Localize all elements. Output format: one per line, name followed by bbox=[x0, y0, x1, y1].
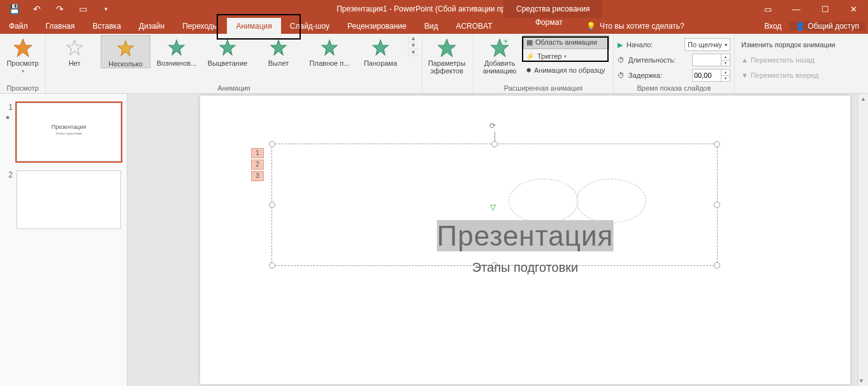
ribbon-display-options[interactable]: ▭ bbox=[753, 0, 782, 18]
gallery-effect-split[interactable]: Панорама bbox=[356, 35, 405, 67]
undo-button[interactable]: ↶ bbox=[27, 0, 47, 18]
gallery-effect-fade[interactable]: Выцветание bbox=[203, 35, 252, 67]
svg-text:+: + bbox=[503, 38, 508, 46]
spin-up[interactable]: ▲ bbox=[721, 70, 730, 76]
scroll-up[interactable]: ▲ bbox=[858, 94, 868, 104]
resize-handle[interactable] bbox=[269, 262, 275, 269]
gallery-effect-float-in[interactable]: Плавное п... bbox=[305, 35, 354, 67]
gallery-effect-fly-in[interactable]: Вылет bbox=[254, 35, 303, 67]
animation-tag-1[interactable]: 1 bbox=[251, 148, 264, 158]
redo-button[interactable]: ↷ bbox=[50, 0, 70, 18]
tab-insert[interactable]: Вставка bbox=[83, 18, 130, 34]
animation-indicator-icon: ★ bbox=[5, 114, 10, 121]
tab-acrobat[interactable]: ACROBAT bbox=[447, 18, 501, 34]
qat-customize[interactable]: ▾ bbox=[96, 0, 116, 18]
duration-input[interactable] bbox=[693, 54, 721, 66]
tab-home[interactable]: Главная bbox=[37, 18, 84, 34]
tab-animation[interactable]: Анимация bbox=[227, 18, 280, 34]
star-icon bbox=[321, 39, 338, 57]
slide-thumb-1[interactable]: Презентация Этапы подготовки bbox=[17, 103, 121, 161]
spin-up[interactable]: ▲ bbox=[721, 54, 730, 61]
gallery-scroll: ▲ ▼ ▼ bbox=[408, 35, 418, 56]
group-animation: Анимация bbox=[50, 84, 418, 93]
slide-subtitle[interactable]: Этапы подготовки bbox=[472, 260, 579, 275]
resize-handle[interactable] bbox=[714, 262, 720, 269]
effect-label: Несколько bbox=[108, 60, 143, 68]
star-preview-icon bbox=[13, 38, 33, 58]
animation-pane-button[interactable]: ▦ Область анимации bbox=[523, 35, 609, 49]
svg-marker-2 bbox=[118, 41, 133, 56]
spin-down[interactable]: ▼ bbox=[721, 61, 730, 66]
save-button[interactable]: 💾 bbox=[4, 0, 24, 18]
tab-file[interactable]: Файл bbox=[0, 18, 37, 34]
close-button[interactable]: ✕ bbox=[839, 0, 868, 18]
tab-format[interactable]: Формат bbox=[526, 18, 572, 27]
preview-button[interactable]: Просмотр ▾ bbox=[4, 35, 41, 74]
slide-canvas[interactable]: 1 2 3 ⟳ ▽ Презентация Этапы подготов bbox=[127, 94, 868, 386]
rotate-handle[interactable]: ⟳ bbox=[489, 121, 500, 131]
clock-icon: ⏱ bbox=[618, 71, 625, 79]
trigger-button[interactable]: ⚡ Триггер ▾ bbox=[523, 49, 609, 63]
gallery-expand[interactable]: ▼ bbox=[409, 49, 418, 56]
slide-title[interactable]: Презентация bbox=[437, 220, 614, 252]
tab-design[interactable]: Дизайн bbox=[130, 18, 173, 34]
resize-handle[interactable] bbox=[714, 141, 720, 147]
animation-pane-label: Область анимации bbox=[535, 38, 597, 46]
move-later-button[interactable]: ▼ Переместить вперед bbox=[739, 68, 846, 82]
scroll-down[interactable]: ▼ bbox=[858, 376, 864, 386]
resize-handle[interactable] bbox=[491, 141, 498, 147]
tab-review[interactable]: Рецензирование bbox=[338, 18, 416, 34]
star-none-icon bbox=[66, 39, 83, 57]
thumb-title: Презентация bbox=[17, 124, 120, 130]
move-earlier-button[interactable]: ▲ Переместить назад bbox=[739, 53, 846, 67]
minimize-button[interactable]: — bbox=[782, 0, 811, 18]
resize-handle[interactable] bbox=[269, 141, 275, 147]
tab-transitions[interactable]: Переходы bbox=[173, 18, 227, 34]
maximize-button[interactable]: ☐ bbox=[811, 0, 839, 18]
effect-options-button[interactable]: Параметры эффектов bbox=[426, 35, 467, 75]
login-button[interactable]: Вход bbox=[758, 22, 788, 31]
work-area: ★ 1 Презентация Этапы подготовки 2 1 2 3… bbox=[0, 94, 868, 386]
lightning-icon: ⚡ bbox=[526, 52, 535, 61]
duration-spinner[interactable]: ▲▼ bbox=[692, 54, 730, 66]
svg-marker-7 bbox=[373, 40, 388, 55]
group-preview: Просмотр bbox=[4, 84, 41, 93]
ribbon-tabs: Файл Главная Вставка Дизайн Переходы Ани… bbox=[0, 18, 868, 34]
effect-label: Нет bbox=[69, 59, 81, 67]
star-effectopt-icon bbox=[437, 38, 457, 58]
slide-thumb-2[interactable] bbox=[17, 170, 121, 229]
motion-path-ellipse[interactable] bbox=[576, 179, 646, 223]
spin-down[interactable]: ▼ bbox=[721, 76, 730, 82]
delay-input[interactable] bbox=[693, 70, 721, 81]
move-earlier-label: Переместить назад bbox=[751, 56, 814, 64]
animation-painter-button[interactable]: ✸ Анимация по образцу bbox=[523, 63, 609, 77]
animation-tag-2[interactable]: 2 bbox=[251, 160, 264, 170]
star-plus-icon: + bbox=[489, 38, 510, 58]
preview-label: Просмотр bbox=[6, 59, 38, 67]
window-buttons: ▭ — ☐ ✕ bbox=[753, 0, 868, 18]
lightbulb-icon: 💡 bbox=[586, 22, 596, 31]
motion-path-ellipse[interactable] bbox=[509, 179, 579, 223]
start-combo[interactable]: По щелчку ▾ bbox=[684, 38, 730, 51]
resize-handle[interactable] bbox=[269, 202, 275, 208]
gallery-scroll-up[interactable]: ▲ bbox=[409, 35, 418, 42]
add-animation-button[interactable]: + Добавить анимацию bbox=[477, 35, 522, 84]
resize-handle[interactable] bbox=[714, 202, 720, 208]
animation-tag-3[interactable]: 3 bbox=[251, 171, 264, 181]
gallery-effect-appear[interactable]: Возникнов... bbox=[152, 35, 201, 67]
start-from-beginning-button[interactable]: ▭ bbox=[73, 0, 93, 18]
pane-icon: ▦ bbox=[526, 38, 533, 47]
tab-view[interactable]: Вид bbox=[416, 18, 447, 34]
clock-icon: ⏱ bbox=[618, 56, 625, 64]
gallery-effect-none[interactable]: Нет bbox=[50, 35, 99, 67]
gallery-scroll-down[interactable]: ▼ bbox=[409, 42, 418, 49]
delay-spinner[interactable]: ▲▼ bbox=[692, 69, 730, 82]
vertical-scrollbar[interactable]: ▲ ▼ bbox=[858, 94, 868, 386]
gallery-effect-multiple[interactable]: Несколько bbox=[101, 35, 150, 68]
tell-me-box[interactable]: 💡 Что вы хотите сделать? bbox=[586, 18, 684, 34]
chevron-down-icon: ▾ bbox=[725, 42, 727, 48]
effect-label: Вылет bbox=[268, 59, 289, 67]
tab-slideshow[interactable]: Слайд-шоу bbox=[281, 18, 338, 34]
quick-access-toolbar: 💾 ↶ ↷ ▭ ▾ bbox=[0, 0, 120, 18]
share-button[interactable]: 👤 Общий доступ bbox=[789, 22, 865, 31]
